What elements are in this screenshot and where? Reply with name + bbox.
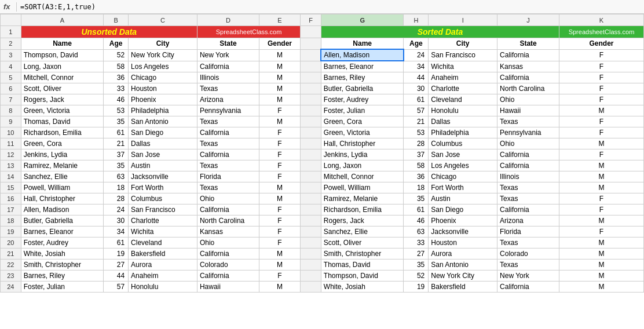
left-name-14[interactable]: Sanchez, Ellie [21, 171, 104, 182]
left-state-8[interactable]: Pennsylvania [197, 105, 259, 116]
left-gender-14[interactable]: F [259, 171, 300, 182]
col-header-h[interactable]: H [404, 14, 429, 26]
left-state-15[interactable]: Texas [197, 182, 259, 193]
left-name-3[interactable]: Thompson, David [21, 49, 104, 61]
left-age-4[interactable]: 58 [104, 61, 129, 72]
left-state-6[interactable]: Texas [197, 83, 259, 94]
right-age-12[interactable]: 37 [404, 149, 429, 160]
right-city-15[interactable]: Fort Worth [429, 182, 497, 193]
left-age-5[interactable]: 36 [104, 72, 129, 83]
left-state-13[interactable]: Texas [197, 160, 259, 171]
right-state-7[interactable]: Ohio [497, 94, 559, 105]
right-city-4[interactable]: Wichita [429, 61, 497, 72]
right-state-18[interactable]: Arizona [497, 215, 559, 226]
left-city-23[interactable]: Anaheim [129, 270, 197, 282]
left-state-9[interactable]: Texas [197, 116, 259, 127]
left-gender-20[interactable]: F [259, 237, 300, 248]
right-city-3[interactable]: San Francisco [429, 49, 497, 61]
left-state-16[interactable]: Ohio [197, 193, 259, 204]
right-city-16[interactable]: Austin [429, 193, 497, 204]
right-gender-19[interactable]: F [559, 226, 644, 237]
right-gender-5[interactable]: F [559, 72, 644, 83]
right-gender-15[interactable]: M [559, 182, 644, 193]
right-city-10[interactable]: Philadelphia [429, 127, 497, 138]
right-name-23[interactable]: Thompson, David [321, 270, 404, 282]
right-age-6[interactable]: 30 [404, 83, 429, 94]
left-gender-15[interactable]: M [259, 182, 300, 193]
left-gender-4[interactable]: M [259, 61, 300, 72]
right-state-3[interactable]: California [497, 49, 559, 61]
right-gender-22[interactable]: M [559, 259, 644, 270]
left-age-18[interactable]: 30 [104, 215, 129, 226]
left-state-7[interactable]: Arizona [197, 94, 259, 105]
col-header-d[interactable]: D [197, 14, 259, 26]
right-gender-24[interactable]: M [559, 282, 644, 293]
right-age-20[interactable]: 33 [404, 237, 429, 248]
right-name-17[interactable]: Richardson, Emilia [321, 204, 404, 215]
right-state-9[interactable]: Texas [497, 116, 559, 127]
left-city-21[interactable]: Bakersfield [129, 248, 197, 259]
left-age-20[interactable]: 61 [104, 237, 129, 248]
right-gender-18[interactable]: M [559, 215, 644, 226]
col-header-g[interactable]: G [321, 14, 404, 26]
left-name-9[interactable]: Thomas, David [21, 116, 104, 127]
left-gender-19[interactable]: F [259, 226, 300, 237]
left-city-12[interactable]: San Jose [129, 149, 197, 160]
right-name-11[interactable]: Hall, Christopher [321, 138, 404, 149]
left-city-22[interactable]: Aurora [129, 259, 197, 270]
left-age-15[interactable]: 18 [104, 182, 129, 193]
left-name-4[interactable]: Long, Jaxon [21, 61, 104, 72]
right-age-4[interactable]: 34 [404, 61, 429, 72]
left-gender-6[interactable]: M [259, 83, 300, 94]
left-city-20[interactable]: Cleveland [129, 237, 197, 248]
right-age-7[interactable]: 61 [404, 94, 429, 105]
right-name-16[interactable]: Ramirez, Melanie [321, 193, 404, 204]
right-gender-3[interactable]: F [559, 49, 644, 61]
left-city-4[interactable]: Los Angeles [129, 61, 197, 72]
right-state-6[interactable]: North Carolina [497, 83, 559, 94]
left-city-15[interactable]: Fort Worth [129, 182, 197, 193]
right-name-7[interactable]: Foster, Audrey [321, 94, 404, 105]
left-name-20[interactable]: Foster, Audrey [21, 237, 104, 248]
right-age-22[interactable]: 35 [404, 259, 429, 270]
left-name-11[interactable]: Green, Cora [21, 138, 104, 149]
left-age-22[interactable]: 27 [104, 259, 129, 270]
left-city-6[interactable]: Houston [129, 83, 197, 94]
right-state-22[interactable]: Texas [497, 259, 559, 270]
left-age-9[interactable]: 35 [104, 116, 129, 127]
right-city-9[interactable]: Dallas [429, 116, 497, 127]
right-name-4[interactable]: Barnes, Eleanor [321, 61, 404, 72]
right-city-21[interactable]: Aurora [429, 248, 497, 259]
left-gender-21[interactable]: M [259, 248, 300, 259]
right-age-5[interactable]: 44 [404, 72, 429, 83]
right-city-22[interactable]: San Antonio [429, 259, 497, 270]
right-age-23[interactable]: 52 [404, 270, 429, 282]
left-gender-18[interactable]: F [259, 215, 300, 226]
left-gender-23[interactable]: F [259, 270, 300, 282]
right-gender-9[interactable]: F [559, 116, 644, 127]
right-state-20[interactable]: Texas [497, 237, 559, 248]
right-state-19[interactable]: Florida [497, 226, 559, 237]
left-gender-13[interactable]: F [259, 160, 300, 171]
right-city-5[interactable]: Anaheim [429, 72, 497, 83]
left-city-9[interactable]: San Antonio [129, 116, 197, 127]
left-age-7[interactable]: 46 [104, 94, 129, 105]
left-state-21[interactable]: California [197, 248, 259, 259]
left-name-24[interactable]: Foster, Julian [21, 282, 104, 293]
right-name-20[interactable]: Scott, Oliver [321, 237, 404, 248]
right-age-16[interactable]: 35 [404, 193, 429, 204]
right-city-20[interactable]: Houston [429, 237, 497, 248]
right-gender-20[interactable]: M [559, 237, 644, 248]
left-city-5[interactable]: Chicago [129, 72, 197, 83]
left-gender-8[interactable]: F [259, 105, 300, 116]
right-state-15[interactable]: Texas [497, 182, 559, 193]
col-header-a[interactable]: A [21, 14, 104, 26]
right-name-13[interactable]: Long, Jaxon [321, 160, 404, 171]
right-state-24[interactable]: California [497, 282, 559, 293]
right-state-14[interactable]: Illinois [497, 171, 559, 182]
right-gender-16[interactable]: F [559, 193, 644, 204]
left-name-17[interactable]: Allen, Madison [21, 204, 104, 215]
left-age-3[interactable]: 52 [104, 49, 129, 61]
left-gender-17[interactable]: F [259, 204, 300, 215]
right-age-24[interactable]: 19 [404, 282, 429, 293]
